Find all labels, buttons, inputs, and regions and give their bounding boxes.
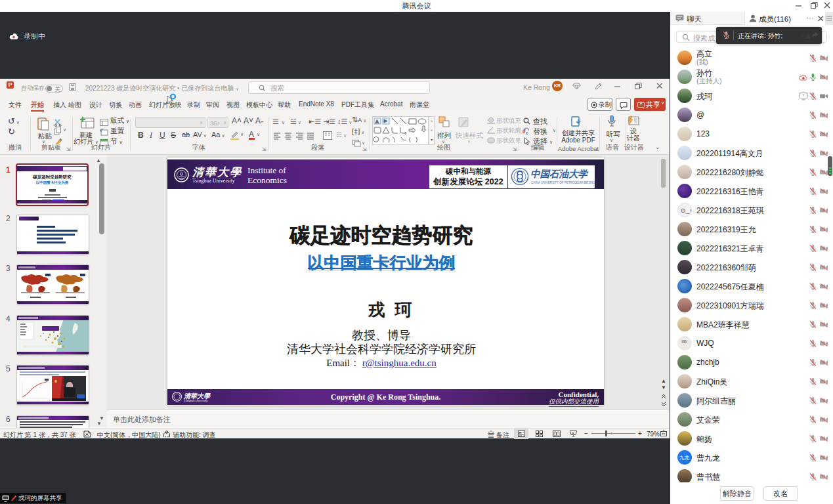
svg-text:b: b — [523, 129, 525, 134]
svg-text:A: A — [375, 119, 379, 124]
svg-text:c: c — [526, 131, 528, 135]
